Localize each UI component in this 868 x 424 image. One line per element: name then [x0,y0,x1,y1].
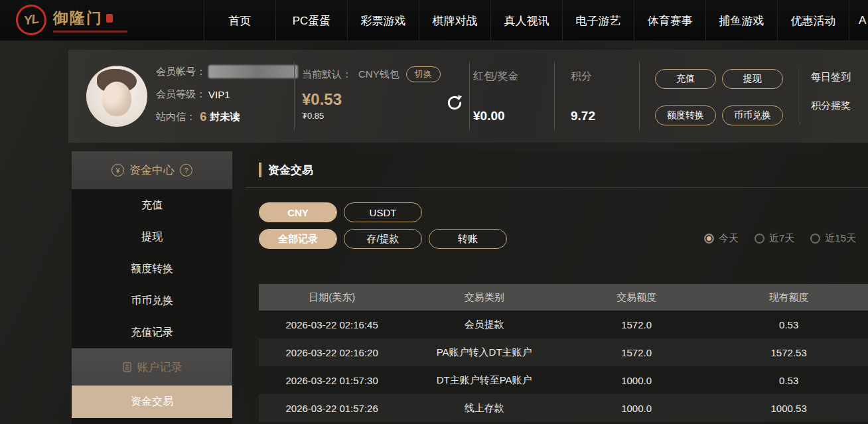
level-value: VIP1 [208,89,230,100]
radio-icon [810,234,820,244]
wallet-switch-button[interactable]: 切换 [406,66,441,82]
wallet-name: CNY钱包 [358,68,399,81]
divider [554,62,555,131]
tab-all-records[interactable]: 全部记录 [259,229,337,249]
account-label: 会员帐号： [156,66,206,78]
nav-item-sports[interactable]: 体育赛事 [634,0,705,41]
deposit-button[interactable]: 充值 [655,69,716,89]
question-circle-icon[interactable]: ? [180,164,192,177]
top-navigation-bar: YL 御隆门 首页 PC蛋蛋 彩票游戏 棋牌对战 真人视讯 电子游艺 体育赛事 … [0,0,868,41]
logo-tagline-bar [53,31,127,33]
cell-balance: 0.53 [709,366,868,394]
bonus-section: 红包/奖金 ¥0.00 [473,70,518,123]
cell-amount: 1000.0 [563,394,709,422]
daily-checkin-link[interactable]: 每日签到 [811,71,851,84]
nav-item-slots[interactable]: 电子游艺 [562,0,634,41]
cell-balance: 0.53 [709,311,868,338]
nav-item-home[interactable]: 首页 [204,0,275,41]
col-amount: 交易额度 [563,284,709,311]
user-summary-panel: 会员帐号： 会员等级： VIP1 站内信： 6 封未读 当前默认： CNY钱包 … [68,50,868,143]
points-section: 积分 9.72 [571,70,595,123]
quota-transfer-button[interactable]: 额度转换 [655,106,716,125]
cell-type: PA账户转入DT主账户 [405,338,563,366]
quick-links: 每日签到 积分摇奖 [811,71,851,112]
bonus-label: 红包/奖金 [473,70,518,84]
bonus-value: ¥0.00 [473,109,518,123]
sidebar-section-funds-center: ¥ 资金中心 ? [72,151,232,189]
divider [800,68,800,124]
sidebar-item-deposit-records[interactable]: 充值记录 [72,317,232,348]
nav-item-live-casino[interactable]: 真人视讯 [490,0,562,41]
sidebar-item-coin-exchange[interactable]: 币币兑换 [72,285,232,317]
wallet-default-label: 当前默认： [302,68,352,81]
cell-date: 2026-03-22 01:57:30 [259,366,405,394]
sidebar-item-withdraw[interactable]: 提现 [72,221,232,253]
cell-amount: 1572.0 [563,338,709,366]
funds-center-title: 资金中心 [129,163,175,178]
sidebar-item-quota-transfer[interactable]: 额度转换 [72,253,232,285]
brand-name: 御隆门 [53,8,103,29]
table-row: 2026-03-22 02:16:20 PA账户转入DT主账户 1572.0 1… [259,338,868,366]
page: YL 御隆门 首页 PC蛋蛋 彩票游戏 棋牌对战 真人视讯 电子游艺 体育赛事 … [0,0,868,424]
currency-tabs: CNY USDT [259,202,422,222]
nav-item-pc-egg[interactable]: PC蛋蛋 [275,0,347,41]
coin-exchange-button[interactable]: 币币兑换 [722,106,783,125]
inbox-label: 站内信： [156,111,196,123]
nav-item-clipped[interactable]: A [849,0,868,41]
col-balance: 现有额度 [709,284,868,311]
sidebar-item-deposit[interactable]: 充值 [72,189,232,221]
points-value: 9.72 [571,109,595,123]
wallet-section: 当前默认： CNY钱包 切换 ¥0.53 ₮0.85 [302,66,441,121]
account-row: 会员帐号： [156,64,298,79]
withdraw-button[interactable]: 提现 [722,69,783,89]
inbox-row[interactable]: 站内信： 6 封未读 [156,109,298,124]
divider [294,62,295,131]
radio-icon [755,234,764,244]
tab-deposit-withdraw[interactable]: 存/提款 [344,229,422,249]
divider [469,62,470,131]
nav-item-board-games[interactable]: 棋牌对战 [419,0,490,41]
account-value-redacted [208,65,298,78]
radio-last-7-days[interactable]: 近7天 [755,232,794,245]
record-filter-tabs: 全部记录 存/提款 转账 [259,229,507,249]
cell-amount: 1000.0 [563,366,709,394]
cell-date: 2026-03-22 02:16:45 [259,311,405,338]
cell-type: 会员提款 [405,311,563,338]
brand-logo[interactable]: YL 御隆门 [16,5,127,35]
cell-type: DT主账户转至PA账户 [405,366,563,394]
col-date: 日期(美东) [259,284,405,311]
nav-item-fishing[interactable]: 捕鱼游戏 [705,0,777,41]
radio-last-15-days[interactable]: 近15天 [810,232,856,245]
title-accent-bar [259,163,261,177]
main-title-bar: 资金交易 [246,151,868,188]
wallet-actions: 充值 提现 额度转换 币币兑换 [655,69,783,125]
cell-balance: 1000.53 [709,394,868,422]
tab-transfer[interactable]: 转账 [429,229,507,249]
nav-item-promotions[interactable]: 优惠活动 [777,0,849,41]
level-label: 会员等级： [156,88,206,101]
sidebar-item-fund-transactions[interactable]: 资金交易 [72,386,232,418]
tab-usdt[interactable]: USDT [344,202,422,222]
divider [639,62,640,131]
table-row: 2026-03-22 01:57:30 DT主账户转至PA账户 1000.0 0… [259,366,868,394]
tab-cny[interactable]: CNY [259,202,337,222]
table-header-row: 日期(美东) 交易类别 交易额度 现有额度 [259,284,868,311]
refresh-icon[interactable] [445,94,464,112]
brand-logo-icon: YL [14,3,48,37]
cell-date: 2026-03-22 02:16:20 [259,338,405,366]
radio-today[interactable]: 今天 [704,232,739,245]
page-title: 资金交易 [268,163,313,178]
brand-seal-icon [106,14,113,23]
yen-coin-icon: ¥ [111,164,124,177]
nav-item-lottery[interactable]: 彩票游戏 [347,0,419,41]
transactions-table: 日期(美东) 交易类别 交易额度 现有额度 2026-03-22 02:16:4… [259,284,868,422]
sidebar: ¥ 资金中心 ? 充值 提现 额度转换 币币兑换 充值记录 账户记录 资金交易 [72,151,232,424]
date-range-filters: 今天 近7天 近15天 [704,232,856,245]
points-lottery-link[interactable]: 积分摇奖 [811,100,851,112]
avatar[interactable] [86,66,147,127]
points-label: 积分 [571,70,595,84]
wallet-sub-balance: ₮0.85 [302,111,441,121]
table-row: 2026-03-22 01:57:26 线上存款 1000.0 1000.53 [259,394,868,422]
inbox-unread-count: 6 [200,109,207,124]
cell-date: 2026-03-22 01:57:26 [259,394,405,422]
